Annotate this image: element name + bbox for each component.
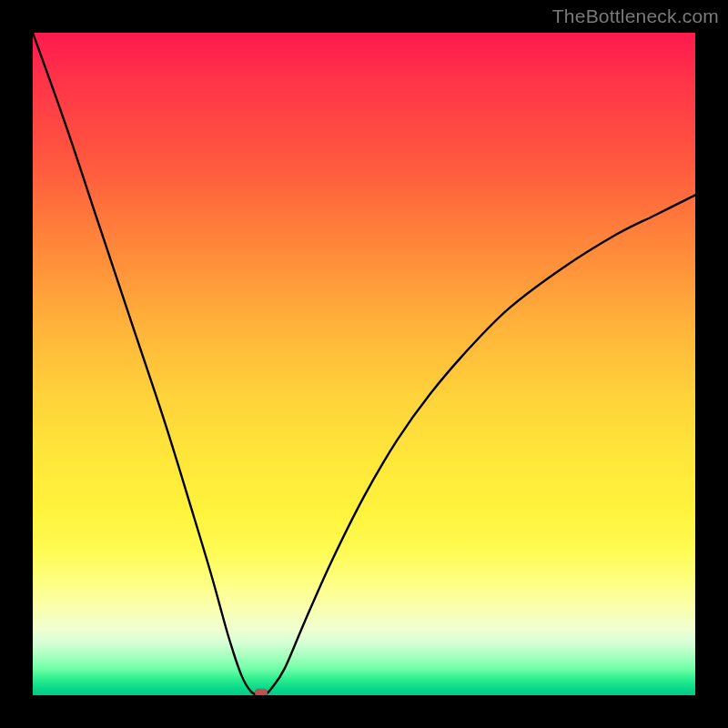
bottleneck-curve	[33, 33, 695, 695]
optimum-marker	[255, 689, 268, 695]
plot-area	[33, 33, 695, 695]
watermark-text: TheBottleneck.com	[552, 5, 719, 27]
chart-frame: TheBottleneck.com	[0, 0, 728, 728]
